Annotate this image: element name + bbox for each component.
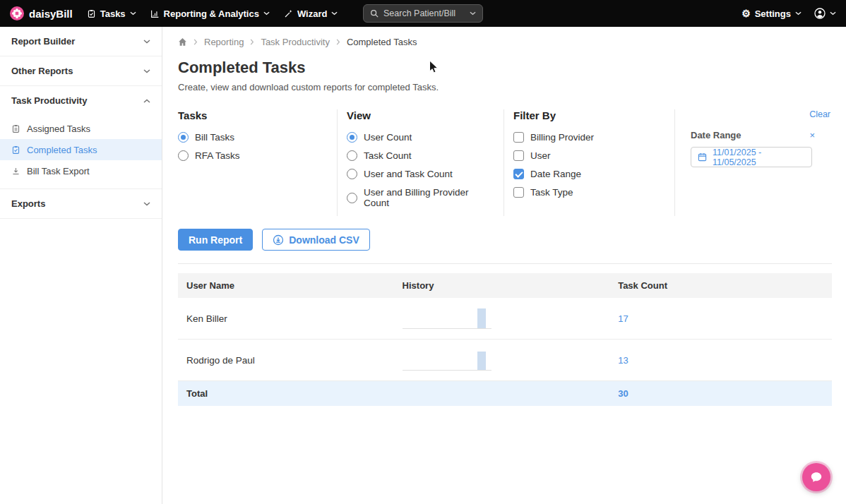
total-label: Total [178,381,394,407]
nav-wizard-menu[interactable]: Wizard [284,8,338,19]
sidebar-item-label: Bill Task Export [27,166,90,176]
checkbox-checked-icon [513,169,524,179]
column-header-task-count: Task Count [609,273,832,298]
column-header-user-name: User Name [178,273,394,298]
checkbox-icon [513,187,524,198]
radio-label: RFA Tasks [195,150,240,161]
history-sparkline [403,308,491,329]
radio-label: Bill Tasks [195,132,234,143]
total-history-cell [394,381,610,407]
sidebar-section-exports[interactable]: Exports [0,189,162,219]
page-subtitle: Create, view and download custom reports… [178,82,832,92]
sidebar-item-assigned-tasks[interactable]: Assigned Tasks [0,118,162,139]
radio-icon [347,169,357,179]
sidebar-section-other-reports[interactable]: Other Reports [0,56,162,86]
cloud-download-icon [273,234,284,246]
radio-label: User Count [364,132,412,143]
nav-reporting-label: Reporting & Analytics [164,8,259,19]
view-heading: View [347,109,492,121]
sidebar-task-productivity-items: Assigned Tasks Completed Tasks Bill Task… [0,115,162,189]
sidebar-section-report-builder[interactable]: Report Builder [0,27,162,56]
radio-bill-tasks[interactable]: Bill Tasks [178,132,326,143]
radio-rfa-tasks[interactable]: RFA Tasks [178,150,326,161]
user-avatar-icon [814,8,826,19]
tasks-heading: Tasks [178,109,326,121]
download-csv-button[interactable]: Download CSV [262,229,370,251]
radio-label: User and Task Count [364,169,453,179]
sidebar-section-task-productivity[interactable]: Task Productivity [0,86,162,115]
date-range-input[interactable]: 11/01/2025 - 11/05/2025 [691,147,812,167]
nav-reporting-menu[interactable]: Reporting & Analytics [150,8,270,19]
chevron-down-icon [795,11,802,16]
history-cell [394,340,610,381]
chevron-right-icon [193,39,198,45]
page-title: Completed Tasks [178,59,832,77]
task-count-cell: 13 [609,340,832,381]
calendar-icon [698,152,707,162]
breadcrumb-reporting[interactable]: Reporting [204,37,244,47]
chevron-down-icon [830,11,836,16]
sparkline-bar [477,352,486,370]
task-count-link[interactable]: 13 [618,355,628,366]
results-table-container: User Name History Task Count Ken Biller … [178,263,832,406]
sidebar-section-label: Report Builder [11,36,75,47]
chevron-down-icon [143,202,150,206]
chevron-down-icon [143,40,150,44]
checkbox-date-range[interactable]: Date Range [513,169,663,179]
search-placeholder: Search Patient/Bill [383,8,455,18]
table-total-row: Total 30 [178,381,832,407]
checkbox-icon [513,132,524,143]
filter-by-column: Filter By Billing Provider User Date Ran… [504,109,675,216]
radio-task-count[interactable]: Task Count [347,150,492,161]
task-count-link[interactable]: 17 [618,313,628,324]
radio-user-and-billing-provider-count[interactable]: User and Billing Provider Count [347,187,492,208]
account-menu[interactable] [814,8,836,19]
chevron-down-icon[interactable] [470,11,476,16]
search-input[interactable]: Search Patient/Bill [363,4,483,23]
date-range-value: 11/01/2025 - 11/05/2025 [713,148,805,167]
date-range-label: Date Range [691,130,741,140]
checkbox-label: Task Type [530,187,573,198]
radio-icon [178,150,189,161]
download-icon [11,167,20,176]
chevron-down-icon [263,11,270,16]
history-sparkline [403,349,491,371]
sidebar-item-label: Completed Tasks [27,145,97,155]
table-row: Rodrigo de Paul 13 [178,340,832,381]
sidebar-section-label: Exports [11,198,45,209]
nav-tasks-menu[interactable]: Tasks [87,8,136,19]
settings-menu[interactable]: ⚙ Settings [741,8,802,19]
settings-label: Settings [755,8,791,19]
checkbox-user[interactable]: User [513,150,663,161]
chat-launcher-button[interactable] [802,463,830,491]
clipboard-icon [87,9,96,18]
checkbox-task-type[interactable]: Task Type [513,187,663,198]
sidebar-item-bill-task-export[interactable]: Bill Task Export [0,160,162,181]
daisy-flower-icon [10,6,24,20]
home-icon[interactable] [178,37,187,47]
radio-icon [178,132,189,143]
radio-user-and-task-count[interactable]: User and Task Count [347,169,492,179]
chevron-right-icon [336,39,340,45]
run-report-button[interactable]: Run Report [178,229,253,251]
user-name-cell: Ken Biller [178,298,394,340]
sidebar-item-completed-tasks[interactable]: Completed Tasks [0,139,162,160]
sidebar: Report Builder Other Reports Task Produc… [0,27,162,504]
sidebar-section-label: Task Productivity [11,95,87,106]
radio-icon [347,193,357,203]
radio-icon [347,150,357,161]
chart-icon [150,9,160,18]
close-icon[interactable]: × [809,131,815,140]
checkbox-icon [513,150,524,161]
total-count: 30 [609,381,832,407]
chevron-down-icon [331,11,338,16]
breadcrumb-task-productivity[interactable]: Task Productivity [261,37,330,47]
nav-wizard-label: Wizard [297,8,328,19]
clear-filters-link[interactable]: Clear [809,109,830,119]
chevron-down-icon [143,69,150,73]
breadcrumb-completed-tasks: Completed Tasks [347,37,417,47]
checkbox-billing-provider[interactable]: Billing Provider [513,132,663,143]
daisybill-logo[interactable]: daisyBill [10,6,73,20]
radio-user-count[interactable]: User Count [347,132,492,143]
search-icon [370,9,379,18]
